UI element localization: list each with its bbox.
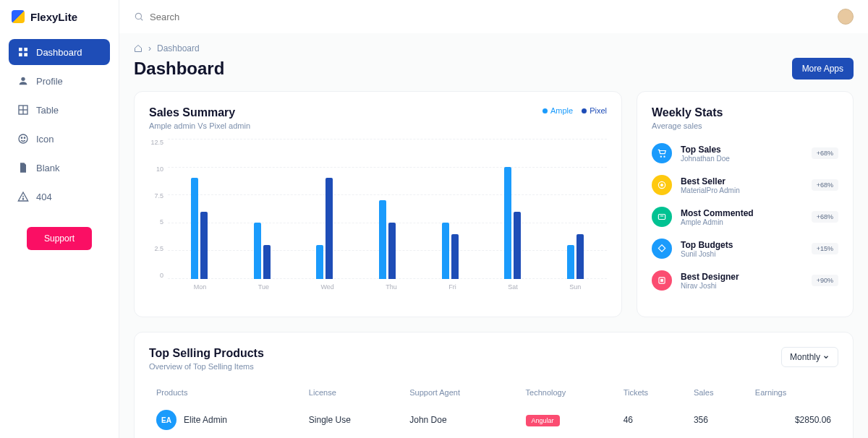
svg-point-16 [660,184,663,186]
dashboard-icon [17,46,29,58]
th-license: License [302,382,402,403]
stat-icon [652,207,672,227]
stat-badge: +68% [812,179,838,191]
th-products: Products [149,382,302,403]
stat-icon [652,143,672,163]
stat-row: Best DesignerNirav Joshi+90% [652,270,838,291]
sidebar-item-icon[interactable]: Icon [9,126,110,152]
search-box[interactable] [134,12,838,22]
sidebar-item-404[interactable]: 404 [9,184,110,210]
alert-icon [17,191,29,202]
stat-sub: Johnathan Doe [681,155,803,163]
search-input[interactable] [150,12,271,22]
stat-sub: Ample Admin [681,218,803,226]
stat-icon [652,175,672,195]
svg-rect-1 [24,48,27,51]
sidebar-item-label: Table [36,105,59,116]
cell-earnings: $2850.06 [748,403,838,437]
stat-badge: +68% [812,147,838,159]
page-title: Dashboard [134,59,224,79]
th-agent: Support Agent [402,382,518,403]
svg-line-14 [140,18,142,20]
stat-row: Top SalesJohnathan Doe+68% [652,143,838,163]
sidebar-item-label: Icon [36,134,54,145]
sales-summary-card: Sales Summary Ample admin Vs Pixel admin… [134,91,622,317]
products-table: Products License Support Agent Technolog… [149,382,838,437]
svg-point-10 [24,137,25,138]
svg-point-8 [19,134,27,143]
breadcrumb: › Dashboard [134,43,854,53]
table-icon [17,104,29,116]
product-avatar: EA [156,410,176,430]
sidebar-item-label: Dashboard [36,47,82,58]
stat-sub: Nirav Joshi [681,282,803,290]
product-name: Elite Admin [184,415,227,425]
top-selling-card: Top Selling Products Overview of Top Sel… [134,332,854,438]
logo-icon [12,10,25,23]
cell-tickets: 46 [616,403,686,437]
sidebar-item-label: 404 [36,192,52,202]
smiley-icon [17,133,29,145]
chevron-down-icon [822,353,830,361]
sidebar-item-label: Blank [36,163,60,173]
stat-icon [652,239,672,259]
stat-sub: MaterialPro Admin [681,186,803,194]
logo[interactable]: FlexyLite [9,10,110,23]
sidebar-item-table[interactable]: Table [9,97,110,123]
stat-sub: Sunil Joshi [681,250,803,258]
tech-badge: Angular [526,415,560,426]
svg-rect-3 [24,53,27,56]
th-sales: Sales [686,382,748,403]
legend-pixel: Pixel [590,106,607,115]
stat-row: Most CommentedAmple Admin+68% [652,207,838,227]
sidebar-item-label: Profile [36,76,63,87]
chart-legend: Ample Pixel [542,106,607,115]
search-icon [134,12,144,22]
cell-sales: 356 [686,403,748,437]
card-subtitle: Overview of Top Selling Items [149,362,264,371]
legend-ample: Ample [550,106,573,115]
svg-rect-0 [19,48,22,51]
more-apps-button[interactable]: More Apps [792,58,854,80]
support-button[interactable]: Support [27,227,92,250]
th-earnings: Earnings [748,382,838,403]
svg-point-12 [22,199,23,199]
stat-badge: +68% [812,211,838,223]
stat-badge: +15% [812,243,838,254]
sidebar-item-profile[interactable]: Profile [9,68,110,94]
weekly-stats-card: Weekly Stats Average sales Top SalesJohn… [637,91,854,317]
svg-rect-17 [658,215,665,220]
sidebar-item-blank[interactable]: Blank [9,155,110,181]
stat-icon [652,270,672,291]
svg-rect-2 [19,53,22,56]
period-dropdown[interactable]: Monthly [781,347,838,367]
svg-point-13 [135,13,141,19]
svg-point-9 [21,137,22,138]
stat-badge: +90% [812,275,838,286]
stat-title: Most Commented [681,208,803,218]
dot-icon [582,108,587,113]
stat-row: Top BudgetsSunil Joshi+15% [652,239,838,259]
card-title: Weekly Stats [652,106,838,119]
chevron-right-icon: › [148,43,151,53]
home-icon[interactable] [134,44,142,53]
topbar [119,0,868,33]
stat-title: Top Sales [681,145,803,155]
table-row[interactable]: EAElite AdminSingle UseJohn DoeAngular46… [149,403,838,437]
card-subtitle: Ample admin Vs Pixel admin [149,121,250,130]
dot-icon [542,108,548,113]
stat-row: Best SellerMaterialPro Admin+68% [652,175,838,195]
cell-license: Single Use [302,403,402,437]
profile-icon [17,75,29,87]
avatar[interactable] [838,9,854,25]
card-subtitle: Average sales [652,121,838,130]
stat-title: Best Designer [681,272,803,282]
brand-name: FlexyLite [30,11,77,23]
stat-title: Best Seller [681,176,803,186]
breadcrumb-current: Dashboard [157,43,200,53]
sales-chart: 12.5107.552.50 MonTueWedThuFriSatSun [149,139,607,291]
card-title: Top Selling Products [149,347,264,360]
th-tickets: Tickets [616,382,686,403]
sidebar-item-dashboard[interactable]: Dashboard [9,39,110,65]
th-tech: Technology [519,382,616,403]
